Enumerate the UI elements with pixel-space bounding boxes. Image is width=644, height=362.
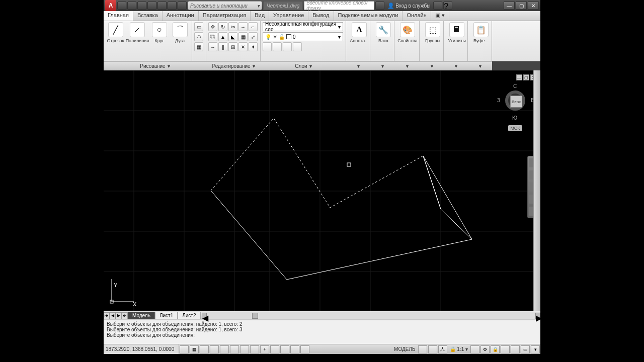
sb-tray-icon[interactable]: ▾ (531, 345, 540, 353)
sb-osnap-icon[interactable] (220, 345, 229, 353)
sb-clean-icon[interactable]: ▭ (521, 345, 530, 353)
tab-home[interactable]: Главная (104, 11, 133, 21)
horizontal-scrollbar[interactable]: ◀ ▶ (202, 312, 541, 319)
tool-scale-icon[interactable]: ⤢ (249, 32, 258, 41)
tool-utilities[interactable]: 🖩Утилиты (446, 22, 468, 43)
ucs-label[interactable]: МСК (508, 125, 522, 131)
sb-polar-icon[interactable] (210, 345, 219, 353)
tool-explode-icon[interactable]: ✦ (249, 42, 258, 51)
tool-array2-icon[interactable]: ⊞ (228, 42, 237, 51)
tool-clipboard[interactable]: 📋Буфе... (470, 22, 492, 43)
sb-otrack-icon[interactable] (240, 345, 249, 353)
sb-grid-icon[interactable]: ▦ (190, 345, 199, 353)
panel-title-layers[interactable]: Слои ▾ (261, 61, 346, 70)
hscroll-left-icon[interactable]: ◀ (202, 313, 207, 319)
sb-3dosnap-icon[interactable] (230, 345, 239, 353)
tab-next-icon[interactable]: ▶ (116, 312, 122, 319)
help-icon[interactable]: ? (443, 2, 452, 10)
tab-expand[interactable]: ▣ ▾ (431, 11, 449, 21)
hscroll-thumb[interactable] (252, 313, 258, 319)
tool-rect-icon[interactable]: ▭ (194, 22, 203, 31)
tool-rotate-icon[interactable]: ↻ (218, 22, 227, 31)
panel-title-draw[interactable]: Рисование ▾ (104, 61, 206, 70)
viewcube-north[interactable]: С (513, 83, 517, 89)
sb-sc-icon[interactable] (300, 345, 309, 353)
x-icon[interactable] (433, 2, 442, 10)
tab-online[interactable]: Онлайн (403, 11, 431, 21)
tab-last-icon[interactable]: ⏭ (122, 312, 128, 319)
tool-circle[interactable]: ○Круг (149, 22, 169, 60)
search-input[interactable]: Введите ключевое слово/фразу (304, 1, 374, 10)
tab-view[interactable]: Вид (251, 11, 269, 21)
model-space-button[interactable]: МОДЕЛЬ (392, 346, 417, 352)
tool-copy-icon[interactable]: ⿻ (208, 32, 217, 41)
tool-offset-icon[interactable]: ‖ (218, 42, 227, 51)
tool-fillet-icon[interactable]: ⌐ (249, 22, 258, 31)
sb-ortho-icon[interactable] (200, 345, 209, 353)
qat-print-icon[interactable] (157, 2, 167, 10)
close-button[interactable]: ✕ (528, 2, 539, 10)
tool-trim-icon[interactable]: ✂ (228, 22, 237, 31)
sb-iso-icon[interactable] (511, 345, 520, 353)
tool-line[interactable]: ╱Отрезок (106, 22, 125, 60)
app-logo[interactable]: A (105, 0, 116, 11)
scale-display[interactable]: 🔒 1:1 ▾ (448, 346, 470, 352)
sb-snap-icon[interactable] (180, 345, 189, 353)
sb-lock-icon[interactable]: 🔒 (491, 345, 500, 353)
qat-new-icon[interactable] (117, 2, 126, 10)
signin-link[interactable]: 👤Вход в службы (385, 3, 432, 9)
sb-annoscale-icon[interactable]: 人 (438, 345, 447, 353)
tool-text[interactable]: AАннота... (348, 22, 370, 43)
panel-title-block[interactable]: ▾ (370, 61, 394, 70)
sb-annovis-icon[interactable] (470, 345, 479, 353)
sb-tpy-icon[interactable] (280, 345, 289, 353)
tab-plugins[interactable]: Подключаемые модули (334, 11, 403, 21)
sb-quickview-icon[interactable] (428, 345, 437, 353)
panel-title-utilities[interactable]: ▾ (444, 61, 468, 70)
document-tab[interactable]: Чертеж1.dwg (263, 1, 303, 10)
tool-properties[interactable]: 🎨Свойства (396, 22, 419, 43)
viewcube[interactable]: Верх С З В Ю МСК (500, 85, 530, 126)
tab-output[interactable]: Вывод (308, 11, 334, 21)
model-tab[interactable]: Модель (128, 312, 155, 319)
layer-tool4-icon[interactable] (293, 42, 302, 51)
panel-title-groups[interactable]: ▾ (420, 61, 444, 70)
sheet2-tab[interactable]: Лист2 (178, 312, 200, 319)
sb-ducs-icon[interactable] (250, 345, 259, 353)
viewcube-south[interactable]: Ю (512, 115, 517, 121)
tool-erase-icon[interactable]: ✕ (238, 42, 248, 51)
panel-title-properties[interactable]: ▾ (394, 61, 420, 70)
tool-chamfer-icon[interactable]: ◣ (228, 32, 237, 41)
tool-groups[interactable]: ⬚Группы (422, 22, 444, 43)
sheet1-tab[interactable]: Лист1 (155, 312, 178, 319)
panel-title-clipboard[interactable]: ▾ (468, 61, 492, 70)
tool-move-icon[interactable]: ✥ (208, 22, 217, 31)
tab-parametric[interactable]: Параметризация (199, 11, 251, 21)
drawing-canvas[interactable]: Y X — ▢ ✕ Верх С З В Ю МСК (104, 70, 540, 311)
viewcube-face[interactable]: Верх (510, 96, 522, 108)
command-window[interactable]: Выберите объекты для объединения: найден… (104, 320, 540, 344)
exchange-icon[interactable] (375, 2, 384, 10)
tab-prev-icon[interactable]: ◀ (110, 312, 116, 319)
tool-block[interactable]: 🔧Блок (372, 22, 394, 43)
qat-redo-icon[interactable] (178, 2, 187, 10)
tab-manage[interactable]: Управление (269, 11, 308, 21)
qat-saveas-icon[interactable] (147, 2, 156, 10)
layer-tool3-icon[interactable] (283, 42, 292, 51)
minimize-button[interactable]: — (504, 2, 515, 10)
cmd-prompt[interactable]: Выберите объекты для объединения: (107, 332, 537, 338)
vp-maximize-icon[interactable]: ▢ (523, 74, 529, 80)
tool-polyline[interactable]: ⟋Полилиния (126, 22, 148, 60)
tool-mirror-icon[interactable]: ▲ (218, 32, 227, 41)
tool-arc[interactable]: ⌒Дуга (170, 22, 190, 60)
layer-selector[interactable]: 💡☀🔓0▾ (263, 32, 343, 41)
tool-stretch-icon[interactable]: ↔ (208, 42, 217, 51)
sb-layout-icon[interactable] (418, 345, 427, 353)
panel-title-edit[interactable]: Редактирование ▾ (206, 61, 261, 70)
layer-tool2-icon[interactable] (273, 42, 282, 51)
qat-undo-icon[interactable] (168, 2, 177, 10)
tab-first-icon[interactable]: ⏮ (104, 312, 110, 319)
tool-array-icon[interactable]: ▦ (238, 32, 248, 41)
vertical-scrollbar[interactable] (533, 70, 540, 311)
workspace-selector[interactable]: Рисование и аннотации ▾ (188, 1, 262, 10)
